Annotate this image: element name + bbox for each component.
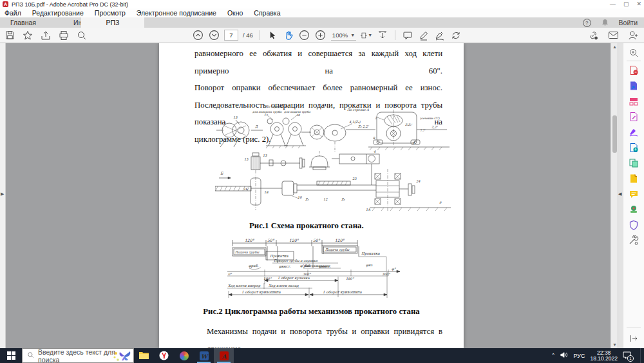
comment-tool-icon[interactable] xyxy=(628,188,639,200)
protect-shield-icon[interactable] xyxy=(628,219,639,231)
taskbar-search-input[interactable]: Введите здесь текст для поиска xyxy=(22,348,134,363)
notifications-bell-icon[interactable] xyxy=(601,19,609,26)
fig1-label: 4 xyxy=(374,150,376,153)
show-desktop-button[interactable] xyxy=(640,348,643,363)
export-share-icon[interactable] xyxy=(628,142,639,153)
send-review-icon[interactable] xyxy=(450,30,462,41)
create-pdf-icon[interactable] xyxy=(628,80,639,92)
search-decoration-butterfly xyxy=(113,349,132,363)
menu-bar: Файл Редактирование Просмотр Электронное… xyxy=(0,8,644,17)
system-tray: ⌃ РУС 22:38 18.10.2022 1 xyxy=(551,348,643,363)
edit-pdf-icon[interactable] xyxy=(628,111,639,123)
vertical-scrollbar[interactable]: ▲ ▼ xyxy=(611,43,618,348)
fig1-label: 15 xyxy=(244,157,249,161)
chevron-down-icon: ▼ xyxy=(350,33,355,37)
document-area: ▶ равномерного ее обжатия и совершается … xyxy=(0,43,644,348)
request-file-icon[interactable] xyxy=(628,173,639,184)
volume-icon[interactable] xyxy=(560,351,568,360)
search-icon[interactable] xyxy=(76,30,88,41)
taskbar-acrobat-icon[interactable]: A xyxy=(214,348,234,363)
minimize-icon[interactable]: — xyxy=(610,1,616,7)
zoom-out-icon[interactable] xyxy=(299,30,310,41)
fig2-span-label: 1 оборот кривошипа xyxy=(323,290,362,295)
fig1-label: 15 xyxy=(222,121,226,125)
combine-files-icon[interactable] xyxy=(628,157,639,169)
menu-edit[interactable]: Редактирование xyxy=(32,9,84,17)
fig2-box-label: Прокатка xyxy=(361,251,380,256)
maximize-icon[interactable]: ▢ xyxy=(623,1,629,7)
sign-pen-icon[interactable] xyxy=(434,30,446,41)
comment-icon[interactable] xyxy=(402,30,413,41)
hand-tool-icon[interactable] xyxy=(283,30,294,41)
start-button[interactable] xyxy=(0,348,22,363)
add-user-icon[interactable] xyxy=(627,30,639,41)
tab-home[interactable]: Главная xyxy=(1,17,45,28)
share-link-icon[interactable] xyxy=(587,30,599,41)
fig1-label: 13 xyxy=(263,153,267,157)
more-tools-icon[interactable] xyxy=(628,235,639,246)
menu-help[interactable]: Справка xyxy=(254,9,280,17)
taskbar-word-icon[interactable]: W xyxy=(194,348,214,363)
share-upload-icon[interactable] xyxy=(40,30,52,41)
collapse-panel-icon[interactable]: ◀ xyxy=(618,191,621,197)
fig2-phi-label: φвыст. xyxy=(279,264,291,269)
select-tool-icon[interactable] xyxy=(267,30,278,41)
clock[interactable]: 22:38 18.10.2022 xyxy=(590,350,618,362)
next-page-icon[interactable] xyxy=(208,30,220,41)
language-indicator[interactable]: РУС xyxy=(573,353,585,359)
star-icon[interactable] xyxy=(22,30,33,41)
fig1-label: 9 xyxy=(439,201,442,204)
menu-window[interactable]: Окно xyxy=(227,9,243,17)
previous-page-icon[interactable] xyxy=(192,30,204,41)
windows-taskbar: Введите здесь текст для поиска W A ⌃ РУС… xyxy=(0,348,644,363)
save-icon[interactable] xyxy=(4,30,15,41)
fill-sign-icon[interactable] xyxy=(628,126,639,138)
zoom-in-icon[interactable] xyxy=(315,30,327,41)
fit-width-icon[interactable]: ▼ xyxy=(361,30,372,41)
close-icon[interactable]: ✕ xyxy=(636,1,641,7)
fig2-axis-mark: 180° xyxy=(263,277,272,280)
help-icon[interactable]: ? xyxy=(583,19,591,27)
page-number-input[interactable]: 7 xyxy=(224,30,238,41)
zoom-level-select[interactable]: 100% ▼ xyxy=(331,30,356,41)
nav-pane-collapsed[interactable]: ▶ xyxy=(0,43,6,348)
taskbar-app-icon[interactable] xyxy=(174,348,194,363)
page-scrolling-icon[interactable] xyxy=(377,30,388,41)
menu-esign[interactable]: Электронное подписание xyxy=(137,9,216,17)
tray-chevron-icon[interactable]: ⌃ xyxy=(551,353,556,358)
search-tools-icon[interactable] xyxy=(628,47,639,59)
stamp-icon[interactable] xyxy=(628,204,639,215)
tools-panel-divider[interactable]: ◀ xyxy=(618,43,623,348)
tab-document[interactable]: РПЗ 10Б.pdf× xyxy=(81,17,144,28)
window-title: РПЗ 10Б.pdf - Adobe Acrobat Pro DC (32-b… xyxy=(12,1,128,8)
fig1-label: 4,1(Z₄) xyxy=(349,120,361,124)
sign-in-button[interactable]: Войти xyxy=(619,19,638,26)
taskbar-yandex-icon[interactable] xyxy=(154,348,174,363)
fig2-angle: 50° xyxy=(313,238,321,242)
search-icon xyxy=(27,351,34,360)
figure-2-caption: Рис.2 Циклограмма работы механизмов прок… xyxy=(159,307,464,317)
menu-file[interactable]: Файл xyxy=(5,9,21,17)
chevron-down-icon: ▼ xyxy=(368,33,372,37)
fig1-label: 23 xyxy=(352,177,357,181)
title-bar: A РПЗ 10Б.pdf - Adobe Acrobat Pro DC (32… xyxy=(0,0,644,8)
email-icon[interactable] xyxy=(607,30,619,41)
highlight-pencil-icon[interactable] xyxy=(418,30,430,41)
menu-view[interactable]: Просмотр xyxy=(95,9,126,17)
export-pdf-icon[interactable] xyxy=(628,64,639,76)
fig1-label: Z₁Z₂' xyxy=(405,123,413,126)
expand-nav-icon[interactable]: ▶ xyxy=(1,191,4,197)
taskbar-explorer-icon[interactable] xyxy=(134,348,154,363)
fig1-label: Z₆ xyxy=(341,197,345,201)
action-center-icon[interactable]: 1 xyxy=(623,351,631,360)
fig1-label: Z₅ xyxy=(305,197,309,201)
text-line: Механизмы подачи и поворота трубы и опра… xyxy=(194,323,442,348)
notification-badge: 1 xyxy=(627,355,634,362)
fig2-angle: 120° xyxy=(245,238,254,242)
page-count-label: / 46 xyxy=(243,32,253,39)
scrollbar-thumb[interactable] xyxy=(612,115,617,153)
organize-pages-icon[interactable] xyxy=(628,95,639,107)
expand-panel-icon[interactable] xyxy=(628,333,639,344)
fig1-label: 2 xyxy=(375,116,377,120)
print-icon[interactable] xyxy=(58,30,70,41)
